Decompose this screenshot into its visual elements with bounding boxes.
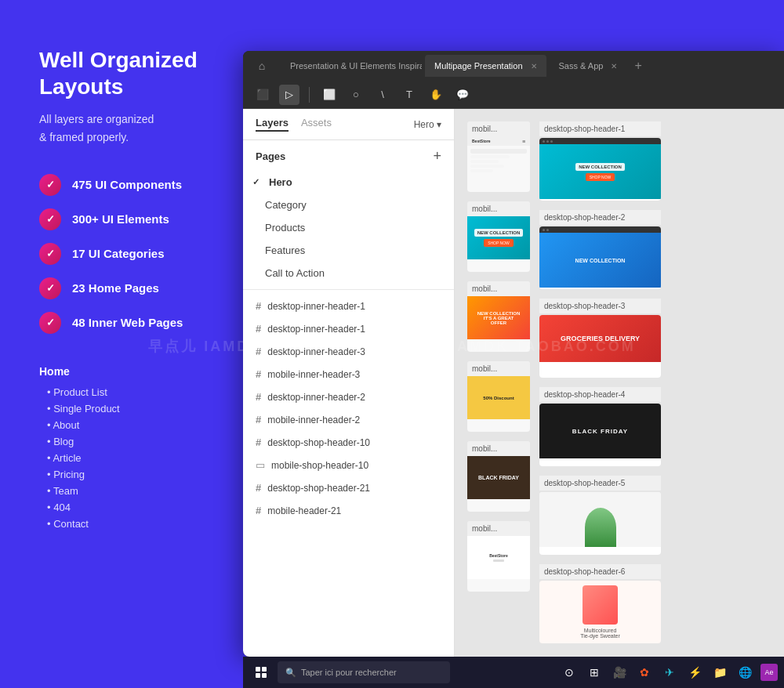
layers-panel: Layers Assets Hero ▾ Pages + Hero Catego… bbox=[243, 109, 455, 657]
nav-home-label[interactable]: Home bbox=[39, 365, 212, 378]
page-features[interactable]: Features bbox=[243, 239, 454, 262]
layer-item[interactable]: # mobile-inner-header-3 bbox=[243, 363, 454, 386]
tool-hand[interactable]: ✋ bbox=[426, 85, 446, 105]
layer-item[interactable]: # mobile-header-21 bbox=[243, 499, 454, 522]
layer-item[interactable]: # desktop-shop-header-10 bbox=[243, 431, 454, 454]
taskbar-icon-3[interactable]: 🎥 bbox=[610, 663, 629, 682]
tool-move[interactable]: ⬛ bbox=[252, 85, 273, 105]
taskbar-search[interactable]: 🔍 Taper ici pour rechercher bbox=[278, 661, 450, 683]
layer-label: desktop-inner-header-1 bbox=[267, 324, 365, 335]
page-hero[interactable]: Hero bbox=[243, 171, 454, 194]
page-category[interactable]: Category bbox=[243, 194, 454, 216]
main-content: Layers Assets Hero ▾ Pages + Hero Catego… bbox=[243, 109, 784, 657]
taskbar-icon-6[interactable]: ⚡ bbox=[685, 663, 704, 682]
page-cta[interactable]: Call to Action bbox=[243, 262, 454, 284]
tool-pen[interactable]: \ bbox=[372, 85, 393, 105]
taskbar-icon-1[interactable]: ⊙ bbox=[560, 663, 579, 682]
browser-tabs-bar: ⌂ Presentation & UI Elements Inspirati..… bbox=[243, 51, 784, 81]
tab-add-button[interactable]: + bbox=[630, 59, 646, 73]
pages-add-button[interactable]: + bbox=[433, 148, 441, 165]
tab-layers[interactable]: Layers bbox=[256, 117, 289, 132]
layer-label: desktop-inner-header-1 bbox=[267, 301, 365, 312]
tool-comment[interactable]: 💬 bbox=[452, 85, 473, 105]
tool-frame[interactable]: ▷ bbox=[279, 85, 299, 105]
desktop-card-wrapper-4: desktop-shop-header-4 BLACK FRIDAY bbox=[539, 387, 661, 466]
tab-close-icon[interactable]: ✕ bbox=[611, 62, 617, 71]
nav-article[interactable]: Article bbox=[47, 450, 212, 466]
desktop-preview-6[interactable]: MulticolouredTie-dye Sweater bbox=[539, 581, 661, 643]
mini-header bbox=[539, 138, 661, 144]
nav-contact[interactable]: Contact bbox=[47, 516, 212, 532]
desktop-preview-5[interactable] bbox=[539, 492, 661, 555]
taskbar-icon-5[interactable]: ✈ bbox=[660, 663, 679, 682]
desktop-preview-4[interactable]: BLACK FRIDAY bbox=[539, 404, 661, 466]
layer-item[interactable]: ▭ mobile-shop-header-10 bbox=[243, 454, 454, 476]
win-sq4 bbox=[262, 673, 267, 678]
win-sq1 bbox=[256, 667, 260, 672]
search-icon: 🔍 bbox=[285, 668, 296, 678]
mobile-label-2: mobil... bbox=[467, 201, 530, 216]
taskbar-icon-2[interactable]: ⊞ bbox=[585, 663, 604, 682]
mobile-preview-6[interactable]: mobil... BestStore bbox=[467, 521, 530, 592]
desktop-card-wrapper-3: desktop-shop-header-3 GROCERIES DELIVERY bbox=[539, 299, 661, 378]
tab-sass[interactable]: Sass & App ✕ bbox=[550, 55, 627, 77]
mobile-preview-4[interactable]: mobil... 50% Discount bbox=[467, 361, 530, 432]
tab-label: Multipage Presentation bbox=[434, 61, 523, 71]
canvas-area: mobil... BestStore ≡ bbox=[455, 109, 784, 657]
layer-item[interactable]: # desktop-inner-header-1 bbox=[243, 317, 454, 340]
tab-close-icon[interactable]: ✕ bbox=[531, 62, 537, 71]
desktop-preview-2[interactable]: NEW COLLECTION bbox=[539, 226, 661, 289]
win-sq3 bbox=[256, 673, 260, 678]
nav-sub-list: Product List Single Product About Blog A… bbox=[39, 384, 212, 532]
nav-team[interactable]: Team bbox=[47, 483, 212, 499]
feature-list: 475 UI Components 300+ UI Elements 17 UI… bbox=[39, 174, 212, 334]
taskbar-icon-4[interactable]: ✿ bbox=[635, 663, 654, 682]
layer-item[interactable]: # desktop-inner-header-2 bbox=[243, 386, 454, 408]
desktop-preview-1[interactable]: NEW COLLECTION SHOP NOW bbox=[539, 138, 661, 201]
page-products[interactable]: Products bbox=[243, 216, 454, 239]
hash-icon: # bbox=[256, 346, 261, 357]
nav-blog[interactable]: Blog bbox=[47, 433, 212, 450]
tab-presentation[interactable]: Presentation & UI Elements Inspirati... bbox=[281, 55, 422, 77]
mobile-preview-3[interactable]: mobil... NEW COLLECTIONIT'S A GREATOFFER bbox=[467, 281, 530, 352]
desktop-preview-3[interactable]: GROCERIES DELIVERY bbox=[539, 315, 661, 378]
taskbar-icons: ⊙ ⊞ 🎥 ✿ ✈ ⚡ 📁 🌐 Ae bbox=[560, 663, 778, 682]
hero-label: Hero ▾ bbox=[414, 119, 441, 130]
taskbar-icon-7[interactable]: 📁 bbox=[710, 663, 729, 682]
ui-area: ⌂ Presentation & UI Elements Inspirati..… bbox=[243, 51, 784, 657]
tool-shape[interactable]: ⬜ bbox=[319, 85, 339, 105]
page-category-label: Category bbox=[265, 199, 307, 211]
check-icon bbox=[39, 312, 61, 334]
pages-header: Pages + bbox=[243, 140, 454, 171]
feature-text: 17 UI Categories bbox=[72, 247, 165, 260]
layer-item[interactable]: # desktop-shop-header-21 bbox=[243, 476, 454, 499]
tab-assets[interactable]: Assets bbox=[301, 117, 332, 132]
browser-home-icon[interactable]: ⌂ bbox=[251, 55, 273, 77]
hash-icon: # bbox=[256, 436, 261, 448]
layer-item[interactable]: # desktop-inner-header-1 bbox=[243, 295, 454, 317]
mobile-preview-1[interactable]: mobil... BestStore ≡ bbox=[467, 121, 530, 192]
collection-badge: NEW COLLECTION bbox=[575, 163, 625, 171]
tab-multipage[interactable]: Multipage Presentation ✕ bbox=[425, 55, 546, 77]
desktop-card-wrapper-1: desktop-shop-header-1 NEW COLLECTION S bbox=[539, 121, 661, 201]
sweater-text: MulticolouredTie-dye Sweater bbox=[580, 628, 620, 639]
hash-icon: # bbox=[256, 368, 261, 380]
mobile-preview-5[interactable]: mobil... BLACK FRIDAY bbox=[467, 441, 530, 512]
nav-product-list[interactable]: Product List bbox=[47, 384, 212, 400]
tool-ellipse[interactable]: ○ bbox=[346, 85, 366, 105]
tool-text[interactable]: T bbox=[399, 85, 419, 105]
taskbar-icon-ae[interactable]: Ae bbox=[760, 664, 778, 681]
layer-item[interactable]: # mobile-inner-header-2 bbox=[243, 408, 454, 431]
feature-text: 475 UI Components bbox=[72, 178, 182, 191]
taskbar-icon-8[interactable]: 🌐 bbox=[735, 663, 754, 682]
nav-single-product[interactable]: Single Product bbox=[47, 400, 212, 417]
tab-label: Sass & App bbox=[559, 61, 604, 71]
nav-pricing[interactable]: Pricing bbox=[47, 466, 212, 483]
windows-button[interactable] bbox=[249, 661, 273, 684]
mobile-nav: BestStore ≡ bbox=[467, 136, 530, 146]
check-icon bbox=[39, 277, 61, 299]
nav-404[interactable]: 404 bbox=[47, 499, 212, 516]
nav-about[interactable]: About bbox=[47, 417, 212, 433]
layer-item[interactable]: # desktop-inner-header-3 bbox=[243, 340, 454, 363]
mobile-preview-2[interactable]: mobil... NEW COLLECTION SHOP NOW bbox=[467, 201, 530, 272]
